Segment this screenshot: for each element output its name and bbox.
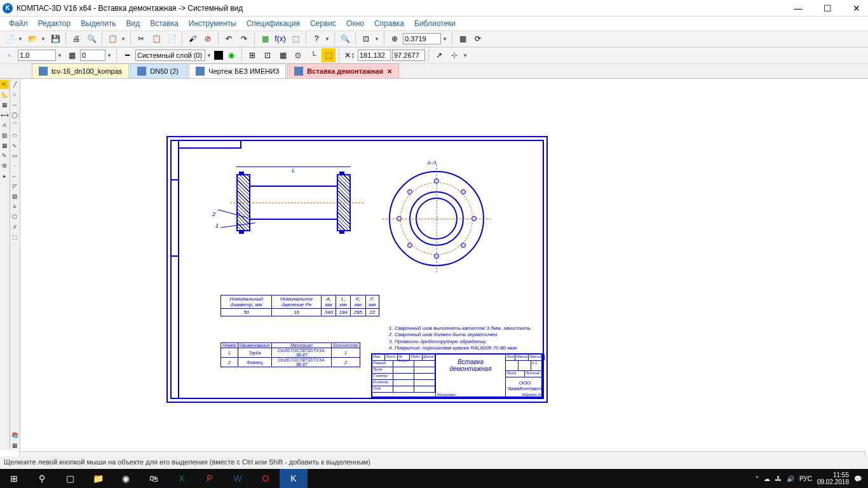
contour-tool[interactable]: ⬠ — [10, 212, 19, 221]
scale-input[interactable] — [18, 50, 56, 61]
variables-button[interactable]: f(x) — [273, 32, 287, 46]
circleaux-tool[interactable]: ○ — [10, 90, 19, 99]
tab-dn50[interactable]: DN50 (2) — [130, 64, 187, 78]
ortho-button[interactable]: └ — [306, 48, 320, 62]
library-tool[interactable]: 📚 — [10, 431, 19, 440]
lcs-button[interactable]: ↗ — [432, 48, 446, 62]
views-button[interactable]: ▦ — [65, 48, 79, 62]
point-tool[interactable]: · — [10, 161, 19, 170]
zoom-input[interactable] — [403, 33, 441, 44]
table-tool[interactable]: ▦ — [0, 141, 9, 150]
menu-libraries[interactable]: Библиотеки — [410, 18, 459, 29]
segment-tool[interactable]: ─ — [10, 100, 19, 109]
chamfer-tool[interactable]: ◸ — [10, 182, 19, 191]
tray-network-icon[interactable]: 🖧 — [775, 475, 782, 482]
tab-noname3[interactable]: Чертеж БЕЗ ИМЕНИ3 — [189, 64, 286, 78]
help-button[interactable]: ? — [309, 32, 323, 46]
param-tool[interactable]: ⚙ — [0, 161, 9, 170]
xyz-button[interactable]: ⊹ — [447, 48, 461, 62]
excel-button[interactable]: X — [168, 469, 196, 488]
snap-grid-button[interactable]: ▦ — [276, 48, 290, 62]
tray-cloud-icon[interactable]: ☁ — [764, 475, 770, 482]
menu-tools[interactable]: Инструменты — [185, 18, 240, 29]
taskview-button[interactable]: ▢ — [56, 469, 84, 488]
preview-button[interactable]: 🔍 — [85, 32, 98, 46]
menu-service[interactable]: Сервис — [306, 18, 340, 29]
view-select-button[interactable]: ▫ — [3, 48, 17, 62]
linetype-button[interactable]: ━ — [120, 48, 134, 62]
minimize-button[interactable]: — — [789, 3, 807, 13]
snap-end-button[interactable]: ⊞ — [245, 48, 259, 62]
chrome-button[interactable]: ◉ — [112, 469, 140, 488]
copy-button[interactable]: 📋 — [149, 32, 163, 46]
kompas-button[interactable]: K — [280, 469, 308, 488]
grid-tool[interactable]: ▦ — [0, 100, 9, 109]
drawing-canvas[interactable]: L 2 1 A-A — [20, 79, 868, 450]
arc-tool[interactable]: ⌒ — [10, 121, 19, 130]
word-button[interactable]: W — [224, 469, 252, 488]
zoom-fit-button[interactable]: ⊡ — [359, 32, 373, 46]
tab-active[interactable]: Вставка демонтажная✕ — [287, 64, 399, 78]
layers-manager-button[interactable]: ◉ — [224, 48, 238, 62]
print-button[interactable]: 🖨 — [69, 32, 83, 46]
manager-button[interactable]: ▦ — [258, 32, 272, 46]
line-tool[interactable]: ╱ — [10, 80, 19, 89]
more-tool[interactable]: ▸ — [0, 172, 9, 180]
equid-tool[interactable]: ⫽ — [10, 222, 19, 231]
hatchfill-tool[interactable]: ▨ — [10, 192, 19, 201]
tray-lang[interactable]: РУС — [799, 475, 812, 482]
y-input[interactable] — [392, 50, 425, 61]
menu-spec[interactable]: Спецификация — [243, 18, 304, 29]
opera-button[interactable]: O — [252, 469, 280, 488]
snap-center-button[interactable]: ⊙ — [291, 48, 305, 62]
menu-window[interactable]: Окно — [342, 18, 368, 29]
orient-button[interactable]: ▦ — [456, 32, 470, 46]
redo-button[interactable]: ↷ — [237, 32, 251, 46]
tray-notifications-icon[interactable]: 💬 — [854, 475, 862, 482]
tab-tcv16[interactable]: tcv-16_dn100_kompas — [32, 64, 129, 78]
multi-tool[interactable]: ≡ — [10, 202, 19, 211]
cursor-tool[interactable]: ↖ — [0, 80, 9, 89]
search-button[interactable]: ⚲ — [28, 469, 56, 488]
new-button[interactable]: 📄 — [3, 32, 17, 46]
zoom-window-button[interactable]: 🔍 — [338, 32, 352, 46]
menu-select[interactable]: Выделить — [77, 18, 119, 29]
explorer-button[interactable]: 📁 — [84, 469, 112, 488]
dim-tool[interactable]: ⟷ — [0, 111, 9, 119]
start-button[interactable]: ⊞ — [0, 469, 28, 488]
rect-tool[interactable]: ▭ — [10, 151, 19, 160]
ellipse-tool[interactable]: ⬭ — [10, 131, 19, 140]
store-button[interactable]: 🛍 — [140, 469, 168, 488]
undo-button[interactable]: ↶ — [222, 32, 236, 46]
text-tool[interactable]: A — [0, 121, 9, 130]
paste-button[interactable]: 📄 — [165, 32, 179, 46]
brush-button[interactable]: 🖌 — [186, 32, 200, 46]
circle-tool[interactable]: ◯ — [10, 111, 19, 119]
menu-insert[interactable]: Вставка — [146, 18, 182, 29]
save-button[interactable]: 💾 — [48, 32, 62, 46]
hatch-tool[interactable]: ▨ — [0, 131, 9, 140]
assembly-tool[interactable]: ⬚ — [10, 233, 19, 241]
edit-tool[interactable]: ✎ — [0, 151, 9, 160]
menu-file[interactable]: Файл — [5, 18, 32, 29]
cut-button[interactable]: ✂ — [134, 32, 148, 46]
catalog-tool[interactable]: ▦ — [10, 441, 19, 450]
measure-tool[interactable]: 📐 — [0, 90, 9, 99]
menu-help[interactable]: Справка — [370, 18, 408, 29]
tray-clock[interactable]: 11:55 09.02.2018 — [817, 471, 849, 485]
tab-close-icon[interactable]: ✕ — [387, 68, 392, 75]
menu-editor[interactable]: Редактор — [34, 18, 75, 29]
maximize-button[interactable]: ☐ — [818, 3, 836, 13]
coord-button[interactable]: ✕↕ — [342, 48, 356, 62]
menu-view[interactable]: Вид — [123, 18, 144, 29]
spline-tool[interactable]: ∿ — [10, 141, 19, 150]
tray-up-icon[interactable]: ˄ — [756, 475, 759, 482]
zoom-scale-button[interactable]: ⊕ — [388, 32, 402, 46]
open-button[interactable]: 📂 — [25, 32, 39, 46]
step-input[interactable] — [80, 50, 105, 61]
powerpoint-button[interactable]: P — [196, 469, 224, 488]
properties-button[interactable]: 📋 — [105, 32, 119, 46]
round-button[interactable]: ⬚ — [322, 48, 336, 62]
tray-volume-icon[interactable]: 🔊 — [787, 475, 794, 482]
refresh-button[interactable]: ⟳ — [471, 32, 485, 46]
